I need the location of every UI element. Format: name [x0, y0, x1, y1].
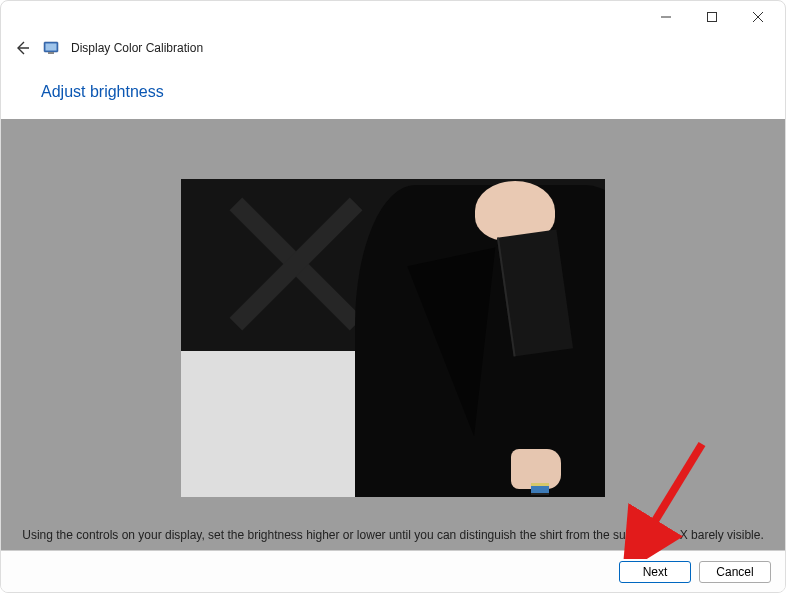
back-arrow-icon[interactable]: [13, 39, 31, 57]
next-button[interactable]: Next: [619, 561, 691, 583]
minimize-button[interactable]: [643, 2, 689, 32]
brightness-calibration-image: [181, 179, 605, 497]
instruction-text: Using the controls on your display, set …: [1, 527, 785, 544]
maximize-button[interactable]: [689, 2, 735, 32]
page-heading: Adjust brightness: [1, 63, 785, 119]
window-titlebar: [1, 1, 785, 33]
header-row: Display Color Calibration: [1, 33, 785, 63]
cable-tip: [531, 483, 549, 495]
suit-figure: [355, 185, 605, 497]
close-button[interactable]: [735, 2, 781, 32]
x-mark: [231, 199, 361, 329]
cancel-button[interactable]: Cancel: [699, 561, 771, 583]
app-title: Display Color Calibration: [71, 41, 203, 55]
svg-rect-1: [708, 13, 717, 22]
svg-rect-6: [46, 44, 57, 51]
button-bar: Next Cancel: [1, 550, 785, 592]
app-icon: [43, 40, 59, 56]
content-area: Using the controls on your display, set …: [1, 119, 785, 550]
window-controls: [643, 2, 781, 32]
svg-rect-7: [48, 52, 54, 54]
